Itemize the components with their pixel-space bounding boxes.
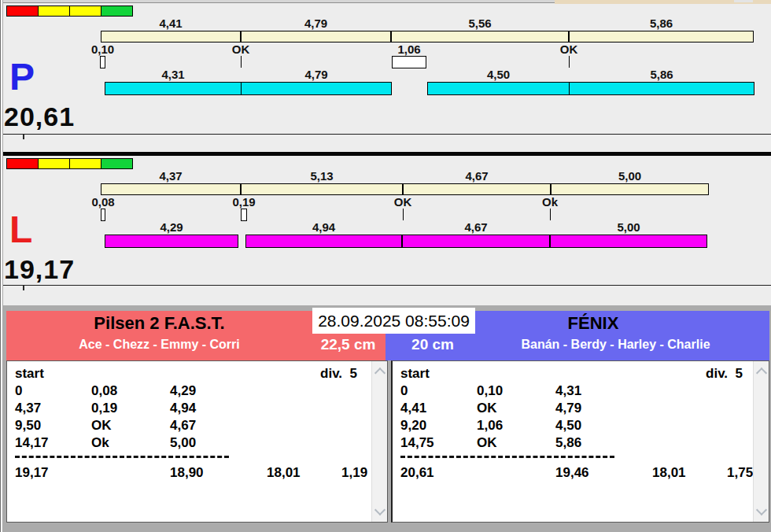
- changeover-label: Ok: [518, 196, 581, 209]
- table-cell: 0: [400, 383, 408, 399]
- scrollbar[interactable]: [371, 361, 387, 522]
- run-split-label: 5,00: [550, 221, 707, 234]
- changeover-loss-box: [241, 209, 247, 221]
- table-cell: 4,41: [400, 401, 426, 416]
- changeover-loss-box: [100, 56, 105, 68]
- reference-bar-segment: [551, 183, 709, 195]
- run-split-label: 5,86: [569, 68, 754, 81]
- table-cell: 4,50: [555, 418, 581, 434]
- status-light: [69, 158, 101, 169]
- changeover-label: 0,19: [212, 196, 275, 209]
- lane-letter: L: [9, 211, 32, 249]
- lane-letter: P: [9, 58, 35, 96]
- reference-bar-segment: [101, 183, 241, 195]
- lane-total-time: 20,61: [4, 102, 75, 131]
- table-cell: OK: [477, 401, 497, 416]
- table-separator: [400, 456, 614, 458]
- table-total-cell: 20,61: [400, 465, 434, 481]
- status-light: [6, 158, 39, 169]
- table-total-cell: 18,01: [652, 465, 686, 481]
- changeover-label: 1,06: [378, 43, 441, 56]
- run-split-label: 4,31: [105, 68, 242, 81]
- toolbar-notch: [734, 0, 753, 2]
- table-cell: 9,50: [15, 418, 41, 434]
- run-bar-segment: [105, 235, 238, 248]
- table-division-label: div. 5: [282, 366, 357, 382]
- table-cell: 4,29: [170, 383, 196, 399]
- table-division-label: div. 5: [668, 366, 743, 382]
- changeover-ok-tick: [403, 209, 404, 220]
- status-light: [38, 6, 70, 17]
- table-cell: 0,08: [91, 383, 117, 399]
- changeover-ok-tick: [569, 56, 570, 68]
- changeover-label: 0,10: [72, 43, 135, 56]
- reference-bar-segment: [403, 183, 551, 195]
- status-light: [69, 6, 101, 17]
- jump-height-badge: 22,5 cm: [311, 335, 386, 354]
- results-table-left: startdiv. 500,084,294,370,194,949,50OK4,…: [6, 360, 388, 523]
- table-separator: [15, 456, 229, 458]
- run-bar-segment: [550, 235, 707, 248]
- status-light: [101, 6, 133, 17]
- table-start-label: start: [15, 366, 44, 382]
- table-cell: 14,75: [400, 435, 434, 451]
- table-cell: 14,17: [15, 435, 49, 451]
- chevron-up-icon[interactable]: [756, 368, 767, 379]
- run-split-label: 4,67: [402, 221, 550, 234]
- table-cell: 4,67: [170, 418, 196, 434]
- table-cell: 5,00: [170, 435, 196, 451]
- run-bar-segment: [402, 235, 550, 248]
- table-total-cell: 18,01: [267, 465, 301, 481]
- changeover-label: OK: [209, 43, 272, 56]
- run-bar-segment: [427, 82, 570, 95]
- changeover-ok-tick: [550, 209, 551, 220]
- reference-split-label: 5,00: [551, 170, 709, 183]
- chevron-up-icon[interactable]: [374, 368, 386, 379]
- table-start-label: start: [400, 366, 430, 382]
- table-cell: OK: [477, 435, 497, 451]
- run-split-label: 4,50: [427, 68, 570, 81]
- datetime-display: 28.09.2025 08:55:09: [312, 308, 475, 334]
- table-cell: 0: [15, 383, 22, 399]
- results-table-right: startdiv. 500,104,314,41OK4,799,201,064,…: [391, 360, 769, 523]
- reference-split-label: 4,37: [101, 170, 241, 183]
- run-bar-segment: [245, 235, 402, 248]
- changeover-loss-box: [392, 56, 426, 68]
- table-total-cell: 19,46: [555, 465, 589, 481]
- timing-app-window: P20,614,414,795,565,860,10OK1,06OK4,314,…: [0, 0, 771, 532]
- run-panel-left-lane: L19,174,375,134,675,000,080,19OKOk4,294,…: [0, 156, 771, 286]
- changeover-label: OK: [371, 196, 434, 209]
- jump-height-badge: 20 cm: [393, 335, 472, 354]
- scrollbar[interactable]: [753, 361, 769, 522]
- reference-bar-segment: [101, 31, 241, 42]
- changeover-label: OK: [537, 43, 600, 56]
- run-split-label: 4,29: [105, 221, 238, 234]
- table-cell: 9,20: [400, 418, 426, 434]
- changeover-loss-box: [101, 209, 105, 221]
- reference-split-label: 4,79: [241, 17, 391, 30]
- table-cell: 0,10: [477, 383, 503, 399]
- table-total-cell: 1,75: [727, 465, 753, 481]
- lane-total-time: 19,17: [4, 255, 75, 284]
- run-bar-segment: [105, 82, 242, 95]
- table-total-cell: 1,19: [341, 465, 367, 481]
- table-cell: 4,94: [170, 401, 196, 416]
- status-light: [101, 158, 133, 169]
- table-total-cell: 18,90: [170, 465, 204, 481]
- team-name: Pilsen 2 F.A.S.T.: [6, 313, 312, 334]
- changeover-ok-tick: [241, 56, 242, 68]
- reference-bar-segment: [391, 31, 569, 42]
- reference-split-label: 5,86: [569, 17, 754, 30]
- cursor-mark: [23, 286, 24, 290]
- table-cell: 1,06: [477, 418, 503, 434]
- chevron-down-icon[interactable]: [374, 504, 386, 515]
- chevron-down-icon[interactable]: [756, 504, 767, 515]
- table-cell: 4,79: [555, 401, 581, 416]
- changeover-label: 0,08: [72, 196, 135, 209]
- run-bar-segment: [569, 82, 754, 95]
- table-cell: 0,19: [91, 401, 117, 416]
- reference-split-label: 5,56: [391, 17, 569, 30]
- status-light: [6, 6, 39, 17]
- team-dogs: Banán - Berdy - Harley - Charlie: [462, 337, 769, 353]
- reference-bar-segment: [569, 31, 754, 42]
